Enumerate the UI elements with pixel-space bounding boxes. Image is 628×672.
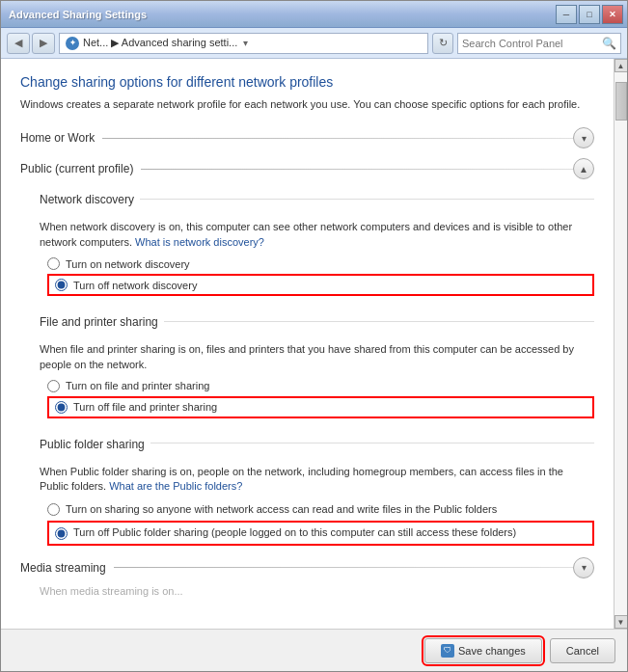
scroll-track — [614, 72, 627, 615]
network-discovery-on-radio[interactable] — [47, 257, 60, 270]
title-bar: Advanced Sharing Settings ─ □ ✕ — [1, 1, 627, 28]
public-folder-options: Turn on sharing so anyone with network a… — [47, 502, 594, 546]
minimize-button[interactable]: ─ — [556, 5, 577, 24]
breadcrumb-path[interactable]: Net... ▶ Advanced sharing setti... — [83, 37, 237, 49]
nav-buttons: ◀ ▶ — [7, 33, 55, 54]
cancel-label: Cancel — [566, 645, 599, 657]
media-streaming-label: Media streaming — [20, 561, 106, 575]
file-printer-options: Turn on file and printer sharing Turn of… — [47, 380, 594, 418]
save-changes-button[interactable]: 🛡 Save changes — [424, 638, 542, 663]
bottom-bar: 🛡 Save changes Cancel — [1, 629, 627, 671]
title-bar-text: Advanced Sharing Settings — [9, 9, 147, 20]
public-section-divider — [141, 169, 573, 170]
network-discovery-on-label[interactable]: Turn on network discovery — [66, 258, 190, 270]
network-discovery-off-label[interactable]: Turn off network discovery — [73, 280, 197, 291]
address-bar: ◀ ▶ ✦ Net... ▶ Advanced sharing setti...… — [1, 28, 627, 59]
breadcrumb-dropdown-icon[interactable]: ▾ — [243, 38, 248, 48]
network-discovery-description: When network discovery is on, this compu… — [40, 220, 594, 250]
media-section-divider — [114, 567, 573, 568]
network-discovery-link[interactable]: What is network discovery? — [135, 236, 264, 248]
back-button[interactable]: ◀ — [7, 33, 30, 54]
public-folder-description: When Public folder sharing is on, people… — [40, 465, 594, 495]
scroll-up-arrow[interactable]: ▲ — [614, 59, 628, 72]
file-printer-sharing-section: File and printer sharing When file and p… — [40, 308, 594, 418]
public-folder-on-label[interactable]: Turn on sharing so anyone with network a… — [66, 502, 497, 517]
file-printer-header: File and printer sharing — [40, 308, 594, 335]
scroll-down-arrow[interactable]: ▼ — [614, 615, 628, 629]
content-area: Change sharing options for different net… — [1, 59, 627, 629]
search-box: 🔍 — [457, 33, 621, 54]
network-discovery-header: Network discovery — [40, 185, 594, 212]
file-printer-off-radio[interactable] — [55, 401, 68, 414]
page-title: Change sharing options for different net… — [20, 74, 594, 90]
home-or-work-label: Home or Work — [20, 131, 95, 145]
close-button[interactable]: ✕ — [602, 5, 623, 24]
section-divider — [102, 138, 573, 139]
network-discovery-off-radio[interactable] — [55, 279, 68, 291]
public-folder-link[interactable]: What are the Public folders? — [109, 480, 242, 492]
public-folder-on-radio[interactable] — [47, 503, 60, 516]
search-icon: 🔍 — [602, 37, 616, 50]
home-or-work-toggle[interactable]: ▾ — [573, 127, 594, 148]
file-printer-off-label[interactable]: Turn off file and printer sharing — [73, 401, 217, 413]
public-profile-label: Public (current profile) — [20, 162, 133, 175]
media-streaming-description: When media streaming is on... — [40, 584, 594, 599]
save-icon: 🛡 — [441, 644, 454, 658]
public-folder-off-radio[interactable] — [55, 527, 68, 540]
file-printer-on-option: Turn on file and printer sharing — [47, 380, 594, 392]
title-bar-buttons: ─ □ ✕ — [556, 5, 623, 24]
main-content: Change sharing options for different net… — [1, 59, 614, 629]
public-folder-off-option: Turn off Public folder sharing (people l… — [47, 521, 594, 545]
network-discovery-off-option: Turn off network discovery — [47, 274, 594, 296]
breadcrumb-bar: ✦ Net... ▶ Advanced sharing setti... ▾ — [59, 33, 428, 54]
page-subtitle: Windows creates a separate network profi… — [20, 97, 594, 112]
cancel-button[interactable]: Cancel — [550, 638, 615, 663]
main-window: Advanced Sharing Settings ─ □ ✕ ◀ ▶ ✦ Ne… — [0, 0, 628, 672]
refresh-button[interactable]: ↻ — [432, 33, 453, 54]
network-discovery-on-option: Turn on network discovery — [47, 257, 594, 270]
scroll-thumb[interactable] — [615, 82, 627, 121]
file-printer-description: When file and printer sharing is on, fil… — [40, 342, 594, 372]
media-streaming-section: Media streaming ▾ — [20, 557, 594, 578]
public-profile-section: Public (current profile) ▲ — [20, 158, 594, 179]
public-folder-on-option: Turn on sharing so anyone with network a… — [47, 502, 594, 517]
network-discovery-options: Turn on network discovery Turn off netwo… — [47, 257, 594, 296]
public-folder-header: Public folder sharing — [40, 430, 594, 457]
network-discovery-title: Network discovery — [40, 193, 134, 206]
breadcrumb-icon: ✦ — [66, 37, 79, 50]
scrollbar[interactable]: ▲ ▼ — [614, 59, 627, 629]
file-printer-title: File and printer sharing — [40, 315, 158, 329]
public-profile-toggle[interactable]: ▲ — [573, 158, 594, 179]
file-printer-off-option: Turn off file and printer sharing — [47, 396, 594, 418]
public-folder-section: Public folder sharing When Public folder… — [40, 430, 594, 546]
network-discovery-section: Network discovery When network discovery… — [40, 185, 594, 296]
file-printer-on-radio[interactable] — [47, 380, 60, 392]
home-or-work-section: Home or Work ▾ — [20, 127, 594, 148]
public-folder-title: Public folder sharing — [40, 438, 145, 451]
search-input[interactable] — [462, 38, 598, 49]
public-folder-off-label[interactable]: Turn off Public folder sharing (people l… — [73, 525, 516, 540]
media-streaming-toggle[interactable]: ▾ — [573, 557, 594, 578]
save-label: Save changes — [458, 645, 526, 657]
forward-button[interactable]: ▶ — [32, 33, 55, 54]
maximize-button[interactable]: □ — [579, 5, 600, 24]
file-printer-on-label[interactable]: Turn on file and printer sharing — [66, 380, 209, 391]
